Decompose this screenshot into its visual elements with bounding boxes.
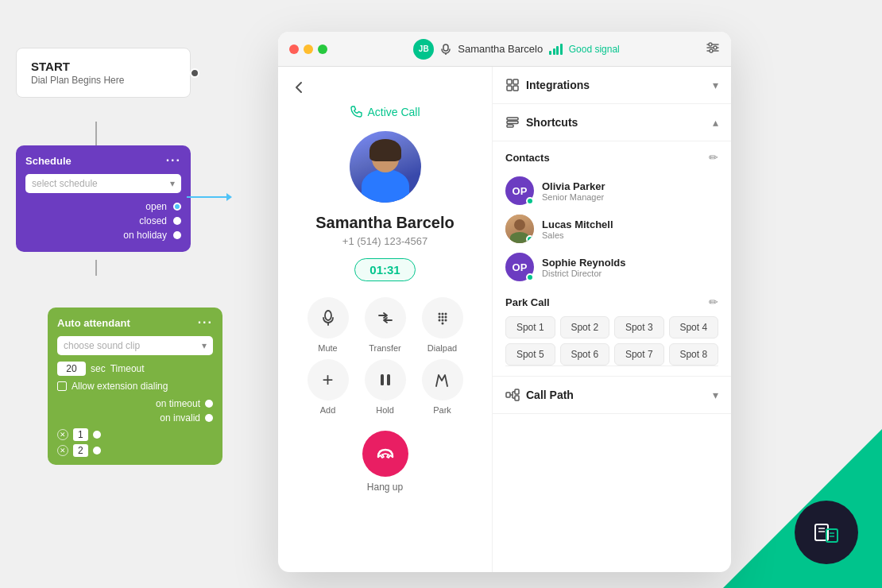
contact-info-olivia: Olivia Parker Senior Manager xyxy=(542,180,718,202)
integrations-section-header[interactable]: Integrations ▾ xyxy=(493,67,731,104)
v-connector-2 xyxy=(95,260,97,276)
shortcuts-icon xyxy=(505,115,520,130)
shortcuts-section-header[interactable]: Shortcuts ▴ xyxy=(493,104,731,141)
svg-point-22 xyxy=(438,319,440,322)
svg-rect-34 xyxy=(507,125,513,127)
dialpad-label: Dialpad xyxy=(427,343,457,353)
contact-name-sophie: Sophie Reynolds xyxy=(542,257,718,269)
contact-phone: +1 (514) 123-4567 xyxy=(342,235,427,247)
aa-sound-select[interactable]: choose sound clip ▾ xyxy=(57,336,213,355)
schedule-select[interactable]: select schedule ▾ xyxy=(25,174,181,193)
aa-close-2[interactable]: ✕ xyxy=(57,445,68,456)
option-dot-open xyxy=(173,203,181,211)
close-button[interactable] xyxy=(289,44,299,54)
park-spot-4[interactable]: Spot 4 xyxy=(669,316,719,338)
call-path-section-header[interactable]: Call Path ▾ xyxy=(493,377,731,414)
park-spots-grid: Spot 1 Spot 2 Spot 3 Spot 4 Spot 5 Spot … xyxy=(505,316,718,366)
start-node: START Dial Plan Begins Here xyxy=(16,48,191,98)
avatar-hair xyxy=(369,139,401,161)
hangup-button[interactable] xyxy=(362,431,408,477)
svg-rect-32 xyxy=(507,118,518,120)
dial-plan: START Dial Plan Begins Here Schedule ···… xyxy=(16,48,222,465)
add-icon-circle: + xyxy=(308,359,349,400)
park-spot-3[interactable]: Spot 3 xyxy=(614,316,664,338)
title-bar: JB Samantha Barcelo Good signal xyxy=(278,32,731,67)
park-button[interactable]: Park xyxy=(422,359,463,415)
transfer-label: Transfer xyxy=(369,343,401,353)
option-dot-closed xyxy=(173,217,181,225)
user-name: Samantha Barcelo xyxy=(458,43,543,55)
transfer-button[interactable]: Transfer xyxy=(365,297,406,353)
dialpad-button[interactable]: Dialpad xyxy=(422,297,463,353)
hold-button[interactable]: Hold xyxy=(365,359,406,415)
maximize-button[interactable] xyxy=(318,44,327,54)
aa-sound-placeholder: choose sound clip xyxy=(64,340,140,351)
user-avatar: JB xyxy=(413,39,434,60)
park-call-edit-icon[interactable]: ✏ xyxy=(709,296,718,308)
add-button[interactable]: + Add xyxy=(308,359,349,415)
park-spot-1[interactable]: Spot 1 xyxy=(505,316,555,338)
aa-num-2-row: ✕ 2 xyxy=(57,444,213,457)
back-button[interactable] xyxy=(278,79,307,99)
svg-point-20 xyxy=(441,316,443,319)
call-path-icon xyxy=(505,388,520,402)
online-badge-lucas xyxy=(526,235,534,243)
option-dot-holiday xyxy=(173,231,181,239)
hangup-label: Hang up xyxy=(367,482,403,493)
svg-rect-26 xyxy=(381,374,384,385)
minimize-button[interactable] xyxy=(304,44,313,54)
park-spot-2[interactable]: Spot 2 xyxy=(560,316,610,338)
svg-point-24 xyxy=(444,319,447,322)
auto-attendant-node[interactable]: Auto attendant ··· choose sound clip ▾ 2… xyxy=(48,308,222,465)
park-spot-8[interactable]: Spot 8 xyxy=(669,343,719,366)
contact-name-olivia: Olivia Parker xyxy=(542,180,718,192)
contact-info-lucas: Lucas Mitchell Sales xyxy=(542,219,718,240)
contact-item-sophie[interactable]: OP Sophie Reynolds District Director xyxy=(505,248,718,286)
integrations-chevron: ▾ xyxy=(713,79,718,91)
contact-role-olivia: Senior Manager xyxy=(542,192,718,202)
contact-avatar-olivia: OP xyxy=(505,176,534,205)
aa-dot-2 xyxy=(93,447,101,455)
call-path-header-left: Call Path xyxy=(505,388,574,402)
aa-dot-1 xyxy=(93,431,101,439)
contact-name: Samantha Barcelo xyxy=(315,214,455,232)
aa-extension-checkbox[interactable] xyxy=(57,381,67,391)
svg-point-25 xyxy=(441,323,443,325)
settings-icon[interactable] xyxy=(706,41,720,58)
aa-menu[interactable]: ··· xyxy=(198,315,213,330)
contact-item-olivia[interactable]: OP Olivia Parker Senior Manager xyxy=(505,172,718,210)
park-spot-5[interactable]: Spot 5 xyxy=(505,343,555,366)
call-panel: Active Call Samantha Barcelo +1 (514) 12… xyxy=(278,67,493,572)
signal-text: Good signal xyxy=(569,44,620,55)
svg-rect-33 xyxy=(507,122,518,124)
svg-rect-28 xyxy=(507,79,512,84)
mute-button[interactable]: Mute xyxy=(308,297,349,353)
svg-point-14 xyxy=(325,311,331,320)
right-panel: Integrations ▾ Shortcu xyxy=(493,67,731,572)
contact-item-lucas[interactable]: Lucas Mitchell Sales xyxy=(505,210,718,248)
aa-timeout-input[interactable]: 20 xyxy=(57,362,86,376)
park-call-header: Park Call ✏ xyxy=(505,296,718,308)
svg-rect-36 xyxy=(515,389,519,394)
integrations-icon xyxy=(505,78,520,92)
schedule-menu[interactable]: ··· xyxy=(166,153,181,168)
contact-avatar-lucas xyxy=(505,215,534,243)
aa-numbered-options: ✕ 1 ✕ 2 xyxy=(57,428,213,457)
active-call-label: Active Call xyxy=(350,106,420,118)
park-spot-7[interactable]: Spot 7 xyxy=(614,343,664,366)
mic-icon xyxy=(440,44,451,55)
aa-options: on timeout on invalid ✕ 1 ✕ 2 xyxy=(57,398,213,457)
schedule-option-open: open xyxy=(25,201,181,212)
phone-widget[interactable] xyxy=(795,501,858,564)
aa-timeout-row: 20 sec Timeout xyxy=(57,362,213,376)
contacts-edit-icon[interactable]: ✏ xyxy=(709,151,718,164)
svg-point-23 xyxy=(441,319,443,322)
schedule-node[interactable]: Schedule ··· select schedule ▾ open clos… xyxy=(16,145,191,252)
svg-point-18 xyxy=(444,313,447,315)
park-spot-6[interactable]: Spot 6 xyxy=(560,343,610,366)
hold-icon-circle xyxy=(365,359,406,400)
contact-role-sophie: District Director xyxy=(542,269,718,278)
aa-close-1[interactable]: ✕ xyxy=(57,429,68,440)
integrations-header-left: Integrations xyxy=(505,78,590,92)
add-label: Add xyxy=(320,405,336,415)
